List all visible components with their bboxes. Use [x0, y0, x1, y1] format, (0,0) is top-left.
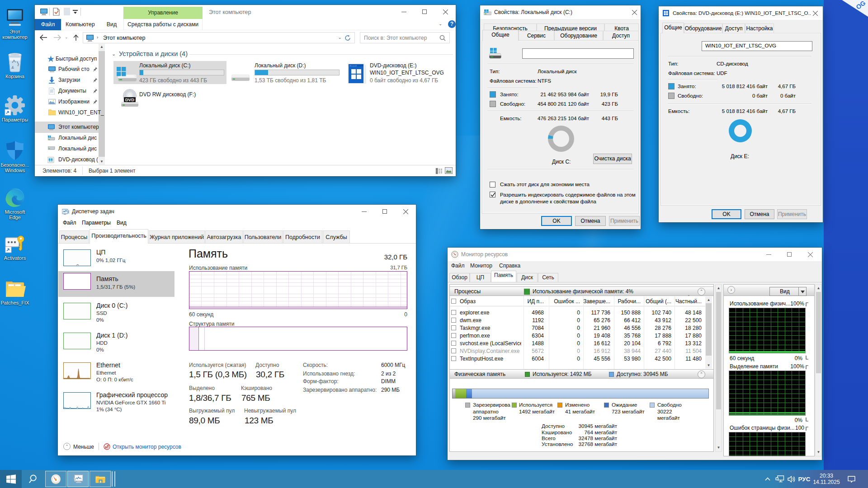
- svg-text:DVD: DVD: [125, 97, 134, 102]
- svg-text:Microsoft: Microsoft: [349, 65, 357, 67]
